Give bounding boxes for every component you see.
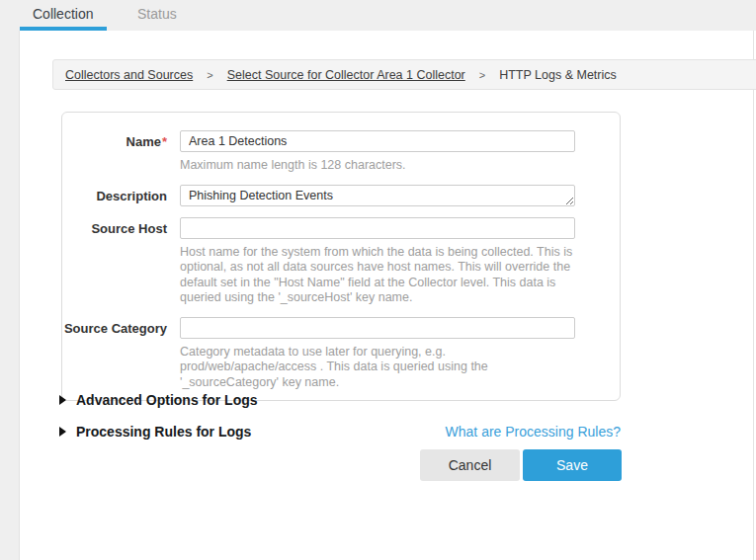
source-category-row: Source Category Category metadata to use… [62,317,620,391]
name-row: Name* Maximum name length is 128 charact… [62,130,620,174]
processing-rules-toggle[interactable]: Processing Rules for Logs [59,424,251,440]
form-actions: Cancel Save [61,449,622,481]
panel-right-border [753,31,754,560]
processing-rules-section: Processing Rules for Logs What are Proce… [59,424,621,440]
save-button[interactable]: Save [523,449,622,481]
tab-bar: Collection Status [0,0,756,31]
name-label: Name* [62,130,167,174]
description-row: Description Phishing Detection Events [62,185,620,206]
source-host-input[interactable] [180,217,575,239]
source-host-row: Source Host Host name for the system fro… [62,217,620,306]
name-help-text: Maximum name length is 128 characters. [180,158,575,174]
name-input[interactable] [180,130,575,152]
source-host-label: Source Host [62,217,167,306]
advanced-options-title: Advanced Options for Logs [76,392,258,408]
breadcrumb-select-source[interactable]: Select Source for Collector Area 1 Colle… [227,68,465,82]
processing-rules-title: Processing Rules for Logs [76,424,251,440]
breadcrumb-separator: > [479,69,485,81]
cancel-button[interactable]: Cancel [420,449,520,481]
breadcrumb-collectors-and-sources[interactable]: Collectors and Sources [65,68,193,82]
tab-collection[interactable]: Collection [33,6,93,22]
collapsed-arrow-icon [59,427,66,437]
breadcrumb-separator: > [207,69,212,81]
source-config-card: Name* Maximum name length is 128 charact… [61,112,621,401]
breadcrumb: Collectors and Sources > Select Source f… [52,59,756,90]
description-label: Description [62,185,167,206]
required-asterisk: * [162,134,167,149]
advanced-options-toggle[interactable]: Advanced Options for Logs [59,392,258,408]
advanced-options-section: Advanced Options for Logs [59,392,258,408]
what-are-processing-rules-link[interactable]: What are Processing Rules? [446,424,621,440]
collapsed-arrow-icon [59,395,66,405]
description-textarea[interactable]: Phishing Detection Events [180,185,575,206]
source-host-help-text: Host name for the system from which the … [180,245,575,306]
breadcrumb-current-page: HTTP Logs & Metrics [499,68,617,82]
name-label-text: Name [126,134,161,149]
source-category-help-text: Category metadata to use later for query… [180,345,575,391]
tab-status[interactable]: Status [137,6,177,22]
source-category-label: Source Category [62,317,167,391]
source-category-input[interactable] [180,317,575,339]
